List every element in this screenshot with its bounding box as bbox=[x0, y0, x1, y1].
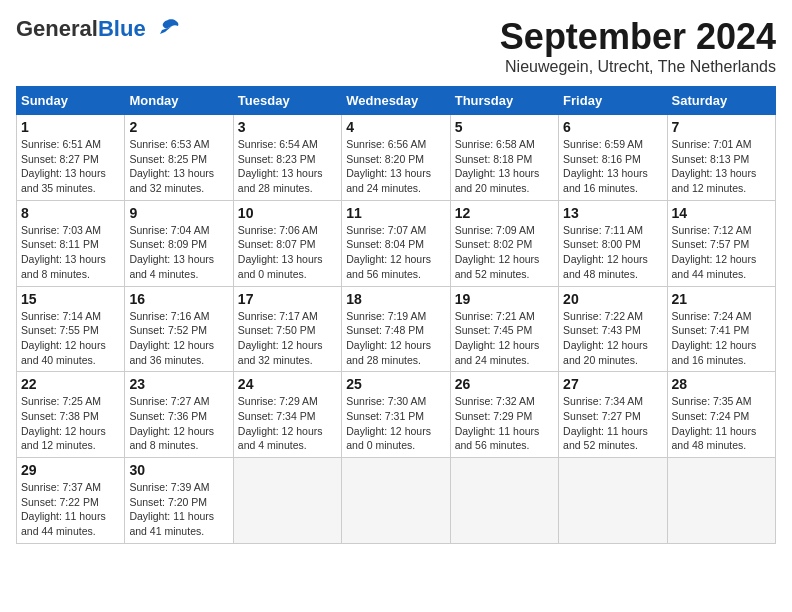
day-number: 8 bbox=[21, 205, 120, 221]
day-info: Sunrise: 6:51 AMSunset: 8:27 PMDaylight:… bbox=[21, 137, 120, 196]
day-number: 12 bbox=[455, 205, 554, 221]
title-area: September 2024 Nieuwegein, Utrecht, The … bbox=[500, 16, 776, 76]
calendar-cell: 29Sunrise: 7:37 AMSunset: 7:22 PMDayligh… bbox=[17, 458, 125, 544]
weekday-header-thursday: Thursday bbox=[450, 87, 558, 115]
calendar-cell: 10Sunrise: 7:06 AMSunset: 8:07 PMDayligh… bbox=[233, 200, 341, 286]
week-row-4: 22Sunrise: 7:25 AMSunset: 7:38 PMDayligh… bbox=[17, 372, 776, 458]
day-number: 6 bbox=[563, 119, 662, 135]
calendar-cell: 9Sunrise: 7:04 AMSunset: 8:09 PMDaylight… bbox=[125, 200, 233, 286]
weekday-header-wednesday: Wednesday bbox=[342, 87, 450, 115]
day-number: 16 bbox=[129, 291, 228, 307]
calendar-cell: 15Sunrise: 7:14 AMSunset: 7:55 PMDayligh… bbox=[17, 286, 125, 372]
day-number: 3 bbox=[238, 119, 337, 135]
week-row-5: 29Sunrise: 7:37 AMSunset: 7:22 PMDayligh… bbox=[17, 458, 776, 544]
calendar-cell: 28Sunrise: 7:35 AMSunset: 7:24 PMDayligh… bbox=[667, 372, 775, 458]
day-info: Sunrise: 7:11 AMSunset: 8:00 PMDaylight:… bbox=[563, 223, 662, 282]
weekday-header-tuesday: Tuesday bbox=[233, 87, 341, 115]
day-info: Sunrise: 7:37 AMSunset: 7:22 PMDaylight:… bbox=[21, 480, 120, 539]
logo-text: GeneralBlue bbox=[16, 16, 146, 42]
day-number: 5 bbox=[455, 119, 554, 135]
day-info: Sunrise: 7:32 AMSunset: 7:29 PMDaylight:… bbox=[455, 394, 554, 453]
location: Nieuwegein, Utrecht, The Netherlands bbox=[500, 58, 776, 76]
calendar-cell: 22Sunrise: 7:25 AMSunset: 7:38 PMDayligh… bbox=[17, 372, 125, 458]
calendar-cell: 12Sunrise: 7:09 AMSunset: 8:02 PMDayligh… bbox=[450, 200, 558, 286]
day-number: 29 bbox=[21, 462, 120, 478]
calendar-cell: 30Sunrise: 7:39 AMSunset: 7:20 PMDayligh… bbox=[125, 458, 233, 544]
weekday-header-saturday: Saturday bbox=[667, 87, 775, 115]
day-info: Sunrise: 7:24 AMSunset: 7:41 PMDaylight:… bbox=[672, 309, 771, 368]
calendar-cell: 2Sunrise: 6:53 AMSunset: 8:25 PMDaylight… bbox=[125, 115, 233, 201]
day-number: 26 bbox=[455, 376, 554, 392]
day-info: Sunrise: 7:27 AMSunset: 7:36 PMDaylight:… bbox=[129, 394, 228, 453]
calendar-cell bbox=[559, 458, 667, 544]
day-number: 9 bbox=[129, 205, 228, 221]
calendar-cell: 11Sunrise: 7:07 AMSunset: 8:04 PMDayligh… bbox=[342, 200, 450, 286]
calendar-cell: 18Sunrise: 7:19 AMSunset: 7:48 PMDayligh… bbox=[342, 286, 450, 372]
calendar: SundayMondayTuesdayWednesdayThursdayFrid… bbox=[16, 86, 776, 544]
day-number: 28 bbox=[672, 376, 771, 392]
calendar-cell: 4Sunrise: 6:56 AMSunset: 8:20 PMDaylight… bbox=[342, 115, 450, 201]
day-info: Sunrise: 7:17 AMSunset: 7:50 PMDaylight:… bbox=[238, 309, 337, 368]
calendar-cell: 13Sunrise: 7:11 AMSunset: 8:00 PMDayligh… bbox=[559, 200, 667, 286]
calendar-cell bbox=[450, 458, 558, 544]
calendar-cell: 8Sunrise: 7:03 AMSunset: 8:11 PMDaylight… bbox=[17, 200, 125, 286]
calendar-cell: 1Sunrise: 6:51 AMSunset: 8:27 PMDaylight… bbox=[17, 115, 125, 201]
day-info: Sunrise: 7:34 AMSunset: 7:27 PMDaylight:… bbox=[563, 394, 662, 453]
weekday-header-row: SundayMondayTuesdayWednesdayThursdayFrid… bbox=[17, 87, 776, 115]
calendar-cell: 23Sunrise: 7:27 AMSunset: 7:36 PMDayligh… bbox=[125, 372, 233, 458]
calendar-cell: 25Sunrise: 7:30 AMSunset: 7:31 PMDayligh… bbox=[342, 372, 450, 458]
day-number: 18 bbox=[346, 291, 445, 307]
day-info: Sunrise: 6:54 AMSunset: 8:23 PMDaylight:… bbox=[238, 137, 337, 196]
calendar-cell bbox=[233, 458, 341, 544]
day-info: Sunrise: 7:14 AMSunset: 7:55 PMDaylight:… bbox=[21, 309, 120, 368]
day-info: Sunrise: 7:35 AMSunset: 7:24 PMDaylight:… bbox=[672, 394, 771, 453]
calendar-cell: 21Sunrise: 7:24 AMSunset: 7:41 PMDayligh… bbox=[667, 286, 775, 372]
calendar-cell: 27Sunrise: 7:34 AMSunset: 7:27 PMDayligh… bbox=[559, 372, 667, 458]
day-number: 7 bbox=[672, 119, 771, 135]
day-info: Sunrise: 7:09 AMSunset: 8:02 PMDaylight:… bbox=[455, 223, 554, 282]
day-info: Sunrise: 7:16 AMSunset: 7:52 PMDaylight:… bbox=[129, 309, 228, 368]
day-number: 23 bbox=[129, 376, 228, 392]
day-number: 10 bbox=[238, 205, 337, 221]
calendar-cell: 5Sunrise: 6:58 AMSunset: 8:18 PMDaylight… bbox=[450, 115, 558, 201]
day-number: 14 bbox=[672, 205, 771, 221]
weekday-header-monday: Monday bbox=[125, 87, 233, 115]
calendar-cell: 20Sunrise: 7:22 AMSunset: 7:43 PMDayligh… bbox=[559, 286, 667, 372]
day-info: Sunrise: 7:12 AMSunset: 7:57 PMDaylight:… bbox=[672, 223, 771, 282]
weekday-header-sunday: Sunday bbox=[17, 87, 125, 115]
day-info: Sunrise: 6:53 AMSunset: 8:25 PMDaylight:… bbox=[129, 137, 228, 196]
calendar-cell bbox=[667, 458, 775, 544]
day-info: Sunrise: 7:22 AMSunset: 7:43 PMDaylight:… bbox=[563, 309, 662, 368]
day-number: 11 bbox=[346, 205, 445, 221]
day-info: Sunrise: 6:58 AMSunset: 8:18 PMDaylight:… bbox=[455, 137, 554, 196]
day-number: 24 bbox=[238, 376, 337, 392]
day-info: Sunrise: 6:56 AMSunset: 8:20 PMDaylight:… bbox=[346, 137, 445, 196]
day-number: 13 bbox=[563, 205, 662, 221]
calendar-cell: 19Sunrise: 7:21 AMSunset: 7:45 PMDayligh… bbox=[450, 286, 558, 372]
calendar-cell: 16Sunrise: 7:16 AMSunset: 7:52 PMDayligh… bbox=[125, 286, 233, 372]
day-info: Sunrise: 7:06 AMSunset: 8:07 PMDaylight:… bbox=[238, 223, 337, 282]
day-number: 22 bbox=[21, 376, 120, 392]
calendar-cell: 26Sunrise: 7:32 AMSunset: 7:29 PMDayligh… bbox=[450, 372, 558, 458]
day-info: Sunrise: 7:39 AMSunset: 7:20 PMDaylight:… bbox=[129, 480, 228, 539]
week-row-1: 1Sunrise: 6:51 AMSunset: 8:27 PMDaylight… bbox=[17, 115, 776, 201]
logo: GeneralBlue bbox=[16, 16, 180, 42]
day-info: Sunrise: 7:25 AMSunset: 7:38 PMDaylight:… bbox=[21, 394, 120, 453]
day-info: Sunrise: 7:07 AMSunset: 8:04 PMDaylight:… bbox=[346, 223, 445, 282]
day-number: 17 bbox=[238, 291, 337, 307]
calendar-cell: 7Sunrise: 7:01 AMSunset: 8:13 PMDaylight… bbox=[667, 115, 775, 201]
day-number: 2 bbox=[129, 119, 228, 135]
day-number: 20 bbox=[563, 291, 662, 307]
day-number: 30 bbox=[129, 462, 228, 478]
day-info: Sunrise: 7:21 AMSunset: 7:45 PMDaylight:… bbox=[455, 309, 554, 368]
day-number: 1 bbox=[21, 119, 120, 135]
day-info: Sunrise: 7:19 AMSunset: 7:48 PMDaylight:… bbox=[346, 309, 445, 368]
day-info: Sunrise: 6:59 AMSunset: 8:16 PMDaylight:… bbox=[563, 137, 662, 196]
day-info: Sunrise: 7:30 AMSunset: 7:31 PMDaylight:… bbox=[346, 394, 445, 453]
day-info: Sunrise: 7:01 AMSunset: 8:13 PMDaylight:… bbox=[672, 137, 771, 196]
calendar-cell: 24Sunrise: 7:29 AMSunset: 7:34 PMDayligh… bbox=[233, 372, 341, 458]
logo-bird-icon bbox=[150, 18, 180, 40]
calendar-cell: 17Sunrise: 7:17 AMSunset: 7:50 PMDayligh… bbox=[233, 286, 341, 372]
calendar-cell bbox=[342, 458, 450, 544]
day-number: 25 bbox=[346, 376, 445, 392]
